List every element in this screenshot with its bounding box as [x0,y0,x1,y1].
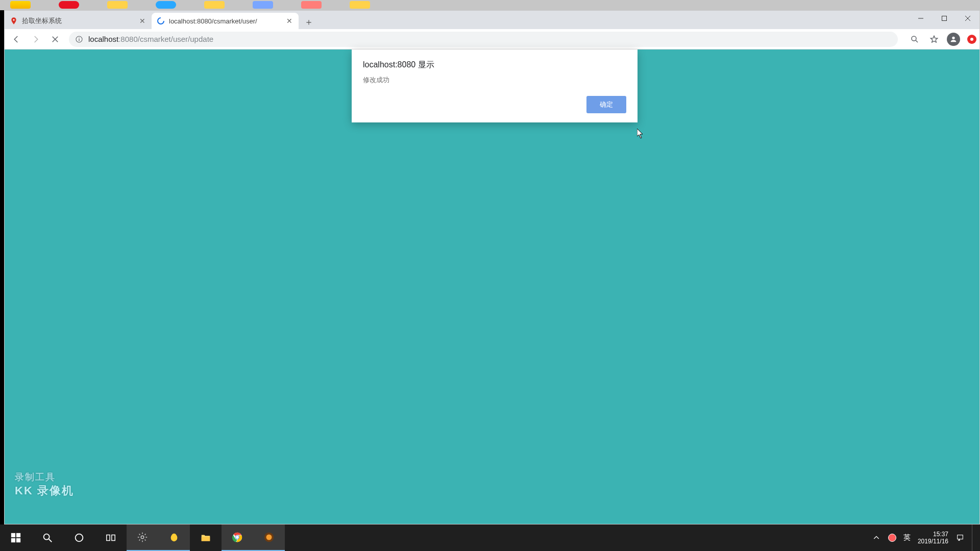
profile-button[interactable] [945,31,962,48]
extension-icon[interactable] [967,35,976,44]
tray-qq-icon[interactable] [888,534,896,542]
svg-point-30 [266,535,272,540]
desktop-strip [0,0,980,10]
taskbar-app-chrome[interactable] [222,524,253,551]
desktop-icon [107,1,128,9]
svg-line-11 [916,40,918,42]
tab-strip: 拾取坐标系统 ✕ localhost:8080/csmarket/user/ ✕… [5,11,979,29]
svg-line-18 [49,539,52,542]
search-button[interactable] [32,524,63,551]
maximize-button[interactable] [933,11,956,26]
tray-chevron-up-icon[interactable] [872,533,881,542]
svg-point-10 [912,36,916,41]
svg-rect-25 [202,537,210,541]
action-center-icon[interactable] [955,533,965,542]
taskbar-app-qq[interactable] [158,524,190,551]
desktop-icon [10,1,31,9]
close-window-button[interactable] [956,11,979,26]
alert-ok-button[interactable]: 确定 [586,96,626,113]
desktop-icon [350,1,370,9]
pin-icon [10,17,18,25]
desktop-icon [204,1,225,9]
tab-coordinate-system[interactable]: 拾取坐标系统 ✕ [5,13,152,29]
svg-point-22 [141,536,144,539]
svg-rect-16 [16,538,20,542]
svg-rect-14 [16,533,20,537]
page-viewport: localhost:8080 显示 修改成功 确定 录制工具 KK 录像机 [5,49,979,524]
alert-message: 修改成功 [363,76,626,85]
tab-title: localhost:8080/csmarket/user/ [169,17,281,25]
browser-window: 拾取坐标系统 ✕ localhost:8080/csmarket/user/ ✕… [4,10,980,524]
cortana-button[interactable] [63,524,95,551]
recorder-watermark: 录制工具 KK 录像机 [15,471,74,498]
svg-rect-9 [79,39,79,41]
loading-icon [157,17,165,25]
desktop-icon [156,1,176,9]
svg-point-19 [76,534,83,542]
svg-point-28 [236,536,239,539]
svg-rect-31 [958,535,963,539]
desktop-icon [301,1,322,9]
tray-date: 2019/11/16 [918,538,948,545]
url-host: localhost [88,35,118,43]
new-tab-button[interactable]: ＋ [302,15,316,29]
stop-button[interactable] [46,31,64,48]
task-view-button[interactable] [95,524,127,551]
tab-csmarket-update[interactable]: localhost:8080/csmarket/user/ ✕ [152,13,299,29]
svg-point-17 [44,534,50,540]
svg-point-24 [172,534,176,538]
show-desktop-button[interactable] [972,524,976,551]
site-info-icon[interactable] [75,35,83,43]
search-icon[interactable] [906,31,923,48]
close-icon[interactable]: ✕ [285,17,293,25]
close-icon[interactable]: ✕ [138,17,146,25]
url-path: :8080/csmarket/user/update [118,35,213,43]
alert-title: localhost:8080 显示 [363,60,626,70]
watermark-line1: 录制工具 [15,471,74,483]
taskbar-app-explorer[interactable] [190,524,222,551]
avatar-icon [947,33,960,46]
ime-indicator[interactable]: 英 [903,533,911,542]
alert-button-row: 确定 [363,96,626,113]
window-controls [909,11,979,26]
watermark-line2: KK 录像机 [15,483,74,498]
system-tray: 英 15:37 2019/11/16 [868,524,980,551]
svg-rect-2 [942,16,947,21]
windows-taskbar: 英 15:37 2019/11/16 [0,524,980,551]
taskbar-app-recorder[interactable] [253,524,285,551]
svg-rect-21 [112,535,115,541]
url-text: localhost:8080/csmarket/user/update [88,35,213,43]
back-button[interactable] [8,31,25,48]
svg-rect-15 [11,538,15,542]
svg-rect-20 [107,535,110,541]
minimize-button[interactable] [909,11,933,26]
tray-clock[interactable]: 15:37 2019/11/16 [918,531,948,545]
svg-rect-13 [11,533,15,537]
address-bar[interactable]: localhost:8080/csmarket/user/update [69,32,898,47]
svg-point-0 [13,19,14,20]
desktop-icon [253,1,273,9]
toolbar-right-icons [906,31,976,48]
desktop-icon [59,1,79,9]
tray-time: 15:37 [918,531,948,538]
taskbar-app-settings[interactable] [127,524,158,551]
start-button[interactable] [0,524,32,551]
bookmark-icon[interactable] [925,31,943,48]
javascript-alert: localhost:8080 显示 修改成功 确定 [352,49,638,122]
browser-toolbar: localhost:8080/csmarket/user/update [5,29,979,49]
svg-point-12 [952,36,954,39]
tab-title: 拾取坐标系统 [22,16,134,26]
forward-button[interactable] [27,31,44,48]
svg-point-8 [79,37,80,38]
